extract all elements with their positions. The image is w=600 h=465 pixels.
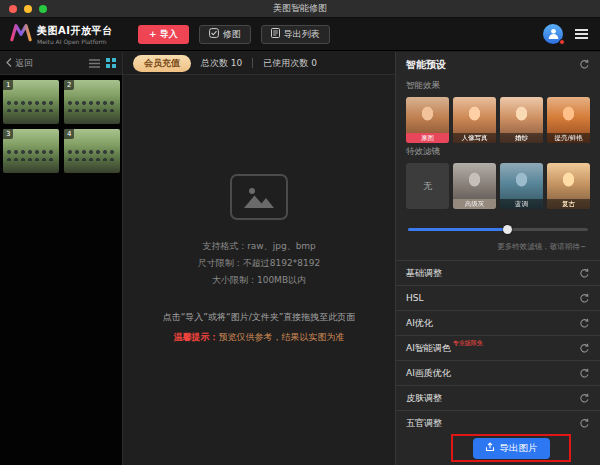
- reset-section-icon[interactable]: [579, 268, 590, 279]
- export-annotation-box: 导出图片: [451, 434, 571, 462]
- minimize-window-button[interactable]: [24, 5, 32, 13]
- filter-thumb-gray[interactable]: 高级灰: [453, 163, 496, 209]
- close-window-button[interactable]: [9, 5, 17, 13]
- meitu-logo-icon: [10, 23, 32, 46]
- workspace-toolbar: 会员充值 总次数 10 已使用次数 0: [123, 52, 395, 75]
- image-placeholder-icon: [230, 174, 288, 220]
- filters-label: 特效滤镜: [396, 143, 600, 163]
- section-label: AI画质优化: [406, 367, 451, 380]
- section-ai-optimize[interactable]: AI优化: [396, 310, 600, 335]
- reset-section-icon[interactable]: [579, 293, 590, 304]
- reset-section-icon[interactable]: [579, 418, 590, 429]
- warm-tip-text: 温馨提示：预览仅供参考，结果以实图为准: [123, 331, 395, 344]
- section-ai-quality[interactable]: AI画质优化: [396, 360, 600, 385]
- window-title: 美图智能修图: [0, 2, 600, 15]
- user-avatar[interactable]: [543, 24, 563, 44]
- reset-presets-icon[interactable]: [579, 59, 590, 70]
- grid-view-icon[interactable]: [106, 58, 116, 68]
- filter-label: 高级灰: [453, 199, 496, 209]
- effect-thumb-original[interactable]: 原图: [406, 97, 449, 143]
- person-icon: [547, 25, 560, 44]
- supported-formats-text: 支持格式：raw、jpg、bmp: [123, 238, 395, 255]
- effect-thumb-brighten[interactable]: 提亮/鲜艳: [547, 97, 590, 143]
- section-label: 皮肤调整: [406, 392, 442, 405]
- main-area: 返回 1 2 3 4 会员充值: [0, 52, 600, 465]
- total-count-label: 总次数 10: [201, 57, 242, 70]
- section-ai-color[interactable]: AI智能调色 专业版限免: [396, 335, 600, 360]
- more-filters-text: 更多特效滤镜，敬请期待~: [396, 234, 600, 258]
- section-label: AI优化: [406, 317, 433, 330]
- used-count-label: 已使用次数 0: [263, 57, 317, 70]
- export-list-button[interactable]: 导出列表: [261, 25, 330, 44]
- import-button[interactable]: + 导入: [138, 25, 189, 44]
- retouch-button[interactable]: 修图: [199, 25, 251, 44]
- smart-presets-header: 智能预设: [396, 52, 600, 77]
- section-facial-adjust[interactable]: 五官调整: [396, 410, 600, 435]
- section-hsl[interactable]: HSL: [396, 285, 600, 310]
- warm-tip-prefix: 温馨提示：: [174, 332, 219, 342]
- photo-thumbnail[interactable]: 4: [64, 129, 120, 173]
- zoom-window-button[interactable]: [39, 5, 47, 13]
- list-view-icon[interactable]: [89, 59, 100, 68]
- logo-subtitle: Meitu AI Open Platform: [37, 38, 112, 45]
- filter-thumb-retro[interactable]: 复古: [547, 163, 590, 209]
- stat-divider: [252, 58, 253, 68]
- effect-label: 人像写真: [453, 133, 496, 143]
- sidebar-toolbar: 返回: [0, 52, 122, 75]
- thumbnail-grid: 1 2 3 4: [0, 75, 122, 178]
- filesize-limit-text: 大小限制：100MB以内: [123, 272, 395, 289]
- effect-label: 婚纱: [500, 133, 543, 143]
- member-recharge-button[interactable]: 会员充值: [133, 55, 191, 72]
- photo-thumbnail[interactable]: 2: [64, 80, 120, 124]
- warm-tip-body: 预览仅供参考，结果以实图为准: [219, 332, 345, 342]
- section-basic-adjust[interactable]: 基础调整: [396, 260, 600, 285]
- workspace: 会员充值 总次数 10 已使用次数 0 支持格式：raw、jpg、bmp 尺寸限…: [123, 52, 395, 465]
- app-header: 美图AI开放平台 Meitu AI Open Platform + 导入 修图 …: [0, 18, 600, 51]
- back-button[interactable]: 返回: [6, 57, 33, 70]
- adjustment-sections: 基础调整 HSL AI优化 AI智能调色 专业版限免: [396, 260, 600, 435]
- filter-thumb-blue[interactable]: 蓝调: [500, 163, 543, 209]
- retouch-button-label: 修图: [223, 28, 241, 41]
- chevron-left-icon: [6, 58, 12, 69]
- section-label: HSL: [406, 293, 424, 303]
- section-label: 五官调整: [406, 417, 442, 430]
- menu-icon[interactable]: [573, 25, 590, 43]
- photo-thumbnail[interactable]: 1: [3, 80, 59, 124]
- smart-effects-row: 原图 人像写真 婚纱 提亮/鲜艳: [396, 97, 600, 143]
- thumbnail-number: 1: [3, 80, 13, 90]
- export-image-label: 导出图片: [500, 442, 538, 455]
- pro-free-badge: 专业版限免: [453, 339, 483, 348]
- effect-thumb-wedding[interactable]: 婚纱: [500, 97, 543, 143]
- filters-row: 无 高级灰 蓝调 复古: [396, 163, 600, 209]
- reset-section-icon[interactable]: [579, 393, 590, 404]
- filter-label: 复古: [547, 199, 590, 209]
- photo-thumbnail[interactable]: 3: [3, 129, 59, 173]
- effect-thumb-portrait[interactable]: 人像写真: [453, 97, 496, 143]
- filter-strength-slider: [408, 225, 588, 234]
- export-image-button[interactable]: 导出图片: [473, 438, 550, 459]
- retouch-icon: [209, 28, 219, 40]
- app-window: 美图智能修图 美图AI开放平台 Meitu AI O: [0, 0, 600, 465]
- thumbnail-number: 4: [64, 129, 74, 139]
- filter-thumb-none[interactable]: 无: [406, 163, 449, 209]
- adjustments-panel: 智能预设 智能效果 原图 人像写真 婚纱 提亮/鲜艳: [395, 52, 600, 465]
- export-list-button-label: 导出列表: [284, 28, 320, 41]
- list-doc-icon: [271, 28, 280, 40]
- notification-dot: [559, 39, 565, 45]
- reset-section-icon[interactable]: [579, 318, 590, 329]
- drop-hint-text: 点击“导入”或将“图片/文件夹”直接拖拽至此页面: [123, 311, 395, 324]
- reset-section-icon[interactable]: [579, 368, 590, 379]
- image-dropzone[interactable]: 支持格式：raw、jpg、bmp 尺寸限制：不超过8192*8192 大小限制：…: [123, 174, 395, 344]
- thumbnail-number: 3: [3, 129, 13, 139]
- thumbnail-number: 2: [64, 80, 74, 90]
- back-label: 返回: [15, 57, 33, 70]
- effect-label: 提亮/鲜艳: [547, 133, 590, 143]
- slider-knob[interactable]: [503, 225, 512, 234]
- section-skin-adjust[interactable]: 皮肤调整: [396, 385, 600, 410]
- smart-effects-label: 智能效果: [396, 77, 600, 97]
- dimension-limit-text: 尺寸限制：不超过8192*8192: [123, 255, 395, 272]
- section-label: AI智能调色: [406, 342, 451, 355]
- reset-section-icon[interactable]: [579, 343, 590, 354]
- effect-label: 原图: [406, 133, 449, 143]
- app-logo: 美图AI开放平台 Meitu AI Open Platform: [10, 23, 128, 46]
